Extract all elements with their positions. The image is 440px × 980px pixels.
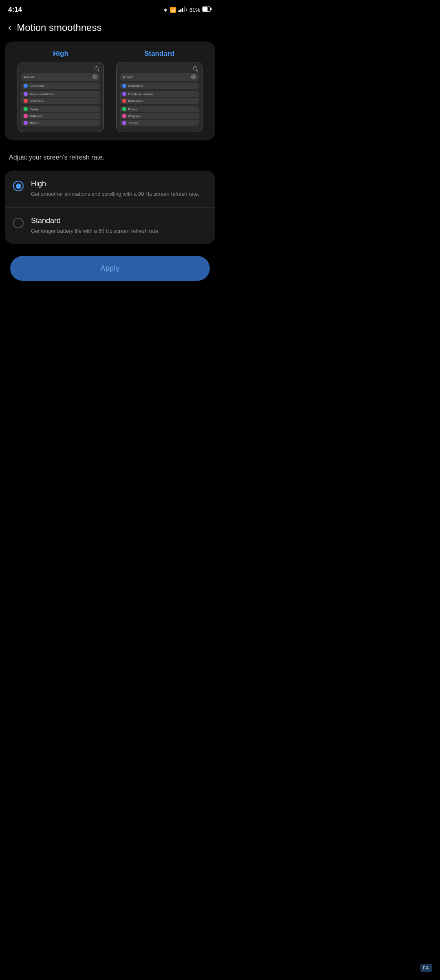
- status-icons: ∗ 📶 1 61%: [163, 7, 212, 13]
- menu-group-connections-high: Connections: [21, 83, 101, 89]
- preview-high[interactable]: High Account Connections Sounds and vibr…: [18, 50, 104, 132]
- sounds-text-standard: Sounds and vibration: [128, 93, 153, 96]
- display-icon-high: [24, 107, 28, 111]
- search-icon-standard: [193, 66, 197, 70]
- wifi-icon: 📶: [170, 7, 176, 13]
- connections-text-standard: Connections: [128, 85, 143, 88]
- sounds-item-standard: Sounds and vibration: [120, 91, 199, 97]
- menu-group-sounds-high: Sounds and vibration Notifications: [21, 91, 101, 104]
- account-row-standard: Account: [120, 73, 199, 81]
- bluetooth-icon: ∗: [163, 7, 168, 13]
- connections-icon-high: [24, 84, 28, 88]
- preview-high-label: High: [53, 50, 68, 58]
- preview-standard-label: Standard: [144, 50, 174, 58]
- avatar-standard: [191, 74, 196, 79]
- sounds-icon-high: [24, 92, 28, 96]
- preview-card: High Account Connections Sounds and vibr…: [5, 42, 215, 140]
- notifications-icon-standard: [122, 99, 126, 103]
- svg-rect-0: [178, 10, 180, 12]
- options-card: High Get smoother animations and scrolli…: [5, 171, 215, 244]
- page-title: Motion smoothness: [17, 22, 101, 33]
- apply-button[interactable]: Apply: [10, 256, 210, 281]
- svg-rect-2: [182, 8, 183, 12]
- themes-text-high: Themes: [30, 122, 39, 125]
- radio-high[interactable]: [13, 181, 24, 191]
- svg-rect-6: [203, 7, 208, 11]
- phone-search-standard: [120, 66, 199, 70]
- menu-group-display-standard: Display Wallpapers Themes: [120, 106, 199, 126]
- account-row-high: Account: [21, 73, 101, 81]
- wallpapers-item-standard: Wallpapers: [120, 112, 199, 119]
- connections-icon-standard: [122, 84, 126, 88]
- phone-search-high: [21, 66, 101, 70]
- menu-group-connections-standard: Connections: [120, 83, 199, 89]
- back-button[interactable]: ‹: [8, 22, 11, 33]
- connections-text-high: Connections: [30, 85, 44, 88]
- status-time: 4:14: [8, 6, 22, 14]
- themes-item-standard: Themes: [120, 119, 199, 126]
- account-text-high: Account: [24, 76, 34, 79]
- status-bar: 4:14 ∗ 📶 1 61%: [0, 0, 220, 18]
- option-high-desc: Get smoother animations and scrolling wi…: [31, 190, 207, 198]
- display-item-high: Display: [21, 106, 101, 112]
- svg-rect-3: [184, 7, 185, 12]
- display-icon-standard: [122, 107, 126, 111]
- svg-rect-7: [211, 8, 212, 10]
- option-high-title: High: [31, 179, 207, 188]
- battery-text: 61%: [189, 7, 200, 13]
- phone-mockup-standard: Account Connections Sounds and vibration…: [116, 62, 203, 132]
- connections-item-high: Connections: [21, 83, 101, 89]
- header: ‹ Motion smoothness: [0, 18, 220, 42]
- wallpapers-item-high: Wallpapers: [21, 112, 101, 119]
- themes-icon-high: [24, 121, 28, 125]
- option-standard-text: Standard Get longer battery life with a …: [31, 217, 207, 235]
- option-standard-title: Standard: [31, 217, 207, 225]
- svg-text:1: 1: [185, 8, 187, 11]
- wallpapers-icon-standard: [122, 114, 126, 118]
- wallpapers-text-high: Wallpapers: [30, 115, 43, 118]
- sounds-text-high: Sounds and vibration: [30, 93, 55, 96]
- radio-standard[interactable]: [13, 218, 24, 228]
- menu-group-display-high: Display Wallpapers Themes: [21, 106, 101, 126]
- notifications-icon-high: [24, 99, 28, 103]
- svg-rect-1: [180, 9, 181, 12]
- themes-icon-standard: [122, 121, 126, 125]
- menu-group-sounds-standard: Sounds and vibration Notifications: [120, 91, 199, 104]
- notifications-text-high: Notifications: [30, 100, 44, 103]
- themes-item-high: Themes: [21, 119, 101, 126]
- preview-standard[interactable]: Standard Account Connections Sounds and …: [116, 50, 203, 132]
- search-icon-high: [95, 66, 99, 70]
- display-text-standard: Display: [128, 108, 137, 111]
- description-text: Adjust your screen's refresh rate.: [0, 149, 220, 171]
- avatar-high: [92, 74, 97, 79]
- signal-icon: 1: [178, 7, 187, 13]
- option-high-text: High Get smoother animations and scrolli…: [31, 179, 207, 198]
- connections-item-standard: Connections: [120, 83, 199, 89]
- notifications-text-standard: Notifications: [128, 100, 143, 103]
- option-standard-desc: Get longer battery life with a 60 Hz scr…: [31, 227, 207, 235]
- display-text-high: Display: [30, 108, 38, 111]
- sounds-icon-standard: [122, 92, 126, 96]
- notifications-item-high: Notifications: [21, 97, 101, 104]
- themes-text-standard: Themes: [128, 122, 138, 125]
- wallpapers-text-standard: Wallpapers: [128, 115, 141, 118]
- option-standard[interactable]: Standard Get longer battery life with a …: [5, 207, 215, 244]
- phone-mockup-high: Account Connections Sounds and vibration…: [18, 62, 104, 132]
- sounds-item-high: Sounds and vibration: [21, 91, 101, 97]
- wallpapers-icon-high: [24, 114, 28, 118]
- account-text-standard: Account: [123, 76, 133, 79]
- radio-inner-high: [16, 184, 21, 189]
- option-high[interactable]: High Get smoother animations and scrolli…: [5, 171, 215, 207]
- display-item-standard: Display: [120, 106, 199, 112]
- notifications-item-standard: Notifications: [120, 97, 199, 104]
- battery-icon: [202, 7, 212, 13]
